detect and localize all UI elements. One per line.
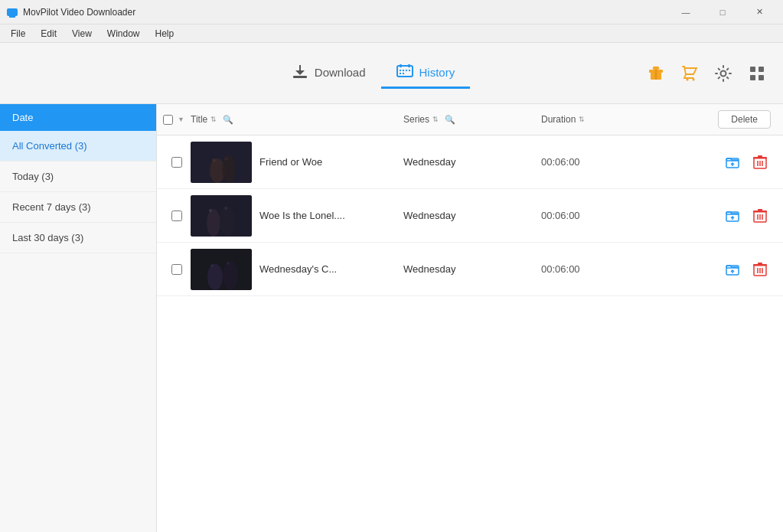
tab-download[interactable]: Download: [276, 57, 381, 89]
row-1-duration-cell: 00:06:00: [541, 156, 679, 168]
settings-button[interactable]: [710, 60, 737, 87]
svg-rect-55: [227, 262, 230, 265]
svg-rect-54: [210, 264, 214, 267]
tab-history-label: History: [419, 66, 455, 79]
menu-file[interactable]: File: [3, 27, 33, 41]
svg-point-39: [207, 209, 220, 237]
svg-rect-23: [750, 75, 755, 80]
sidebar-item-last-30[interactable]: Last 30 days (3): [0, 223, 156, 253]
row-3-title-cell: Wednesday's C...: [191, 249, 403, 290]
svg-rect-24: [759, 75, 764, 80]
row-3-open-folder-button[interactable]: [722, 259, 743, 280]
row-1-delete-button[interactable]: [749, 152, 771, 173]
menu-edit[interactable]: Edit: [33, 27, 64, 41]
gift-button[interactable]: [642, 60, 670, 87]
table-row: Friend or Woe Wednesday 00:06:00: [157, 135, 783, 189]
svg-point-27: [222, 155, 236, 183]
history-tab-icon: [396, 64, 413, 80]
tab-history[interactable]: History: [381, 57, 471, 89]
grid-button[interactable]: [743, 60, 771, 87]
delete-icon: [753, 262, 767, 277]
row-2-checkbox-cell: [163, 211, 191, 221]
row-1-actions: [679, 152, 771, 173]
row-3-checkbox[interactable]: [171, 264, 182, 275]
download-tab-icon: [292, 64, 308, 80]
cart-icon: [680, 64, 699, 83]
sidebar-item-all-converted[interactable]: All Converted (3): [0, 131, 156, 162]
row-3-series-cell: Wednesday: [403, 263, 541, 275]
row-3-series: Wednesday: [403, 263, 455, 275]
minimize-button[interactable]: —: [668, 0, 703, 24]
row-1-open-folder-button[interactable]: [722, 152, 743, 173]
series-search-icon[interactable]: 🔍: [445, 115, 455, 125]
menu-bar: File Edit View Window Help: [0, 24, 783, 43]
row-2-duration: 00:06:00: [541, 210, 580, 221]
delete-icon: [753, 208, 767, 224]
svg-rect-21: [750, 67, 755, 72]
app-icon: [6, 6, 18, 18]
col-series-header[interactable]: Series ⇅ 🔍: [403, 114, 541, 125]
menu-window[interactable]: Window: [100, 27, 148, 41]
svg-rect-10: [403, 70, 404, 71]
sidebar-item-recent-7[interactable]: Recent 7 days (3): [0, 192, 156, 223]
row-2-open-folder-button[interactable]: [722, 205, 743, 227]
col-duration-header[interactable]: Duration ⇅: [541, 114, 679, 125]
row-1-duration: 00:06:00: [541, 156, 580, 168]
svg-point-18: [687, 78, 689, 80]
row-1-checkbox[interactable]: [171, 157, 182, 168]
gift-icon: [647, 64, 665, 83]
title-search-icon[interactable]: 🔍: [223, 115, 233, 125]
sidebar-header: Date: [0, 104, 156, 131]
row-1-checkbox-cell: [163, 157, 191, 168]
menu-view[interactable]: View: [64, 27, 100, 41]
thumb-3-image: [191, 249, 252, 290]
grid-icon: [748, 64, 766, 83]
row-3-actions: [679, 259, 771, 280]
close-button[interactable]: ✕: [742, 0, 777, 24]
svg-point-53: [223, 261, 238, 290]
duration-sort-icon: ⇅: [579, 116, 585, 123]
svg-rect-34: [758, 155, 762, 158]
row-2-duration-cell: 00:06:00: [541, 210, 679, 221]
row-1-thumbnail: [191, 142, 252, 183]
svg-rect-2: [10, 15, 15, 15]
row-2-checkbox[interactable]: [171, 211, 182, 221]
menu-help[interactable]: Help: [148, 27, 182, 41]
thumb-2-image: [191, 195, 252, 237]
svg-point-52: [207, 264, 223, 290]
svg-rect-29: [224, 157, 228, 161]
row-1-title: Friend or Woe: [259, 156, 322, 168]
row-2-series-cell: Wednesday: [403, 210, 541, 221]
svg-rect-8: [408, 64, 410, 67]
open-folder-icon: [725, 208, 740, 224]
col-title-header[interactable]: Title ⇅ 🔍: [191, 114, 403, 125]
sidebar-item-today[interactable]: Today (3): [0, 162, 156, 192]
row-2-thumbnail: [191, 195, 252, 237]
title-bar: MovPilot Video Downloader — □ ✕: [0, 0, 783, 24]
row-3-thumbnail: [191, 249, 252, 290]
col-title-label: Title: [191, 114, 207, 125]
col-checkbox: ▼: [163, 115, 191, 125]
svg-point-19: [693, 78, 695, 80]
svg-marker-5: [295, 70, 305, 75]
window-controls: — □ ✕: [668, 0, 777, 24]
main-content: Date All Converted (3) Today (3) Recent …: [0, 104, 783, 532]
svg-rect-9: [400, 70, 401, 71]
row-1-series: Wednesday: [403, 156, 455, 168]
svg-rect-41: [209, 209, 212, 212]
row-1-title-cell: Friend or Woe: [191, 142, 403, 183]
svg-rect-1: [9, 16, 15, 18]
row-2-delete-button[interactable]: [749, 205, 771, 227]
cart-button[interactable]: [676, 60, 703, 87]
maximize-button[interactable]: □: [705, 0, 740, 24]
select-all-checkbox[interactable]: [163, 115, 173, 125]
row-2-actions: [679, 205, 771, 227]
table-row: Woe Is the Lonel.... Wednesday 00:06:00: [157, 189, 783, 243]
delete-button[interactable]: Delete: [718, 110, 771, 129]
svg-rect-17: [655, 70, 657, 80]
table-row: Wednesday's C... Wednesday 00:06:00: [157, 243, 783, 296]
delete-icon: [753, 155, 767, 170]
svg-rect-42: [224, 207, 227, 210]
row-2-title-cell: Woe Is the Lonel....: [191, 195, 403, 237]
row-3-delete-button[interactable]: [749, 259, 771, 280]
